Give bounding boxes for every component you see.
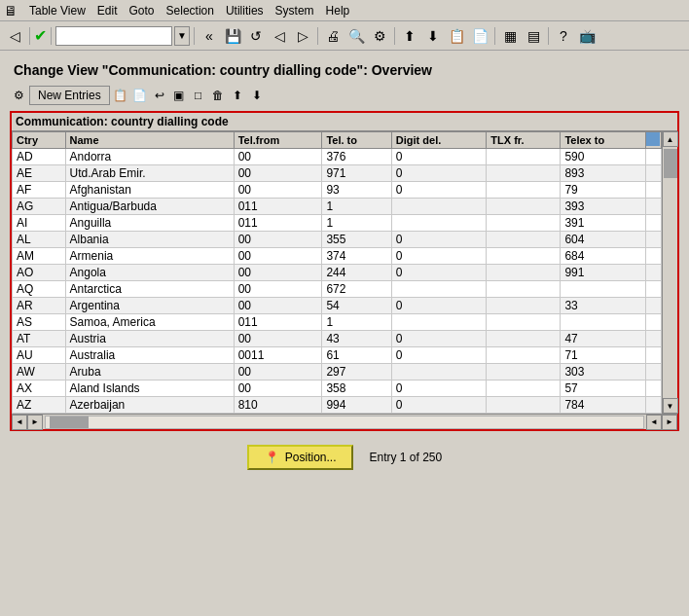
download-icon[interactable]: ⬇	[422, 25, 444, 47]
cell-empty	[646, 149, 662, 165]
menu-utilities[interactable]: Utilities	[220, 2, 270, 19]
delete-icon[interactable]: 🗑	[209, 87, 227, 104]
cell-tel-from: 00	[234, 380, 322, 397]
table-row[interactable]: AU Australia 0011 61 0 71	[13, 347, 662, 364]
cell-tlx-fr	[487, 182, 561, 199]
cell-telex-to: 57	[561, 380, 646, 397]
scroll-up-btn[interactable]: ▲	[663, 131, 678, 147]
cell-name: Azerbaijan	[65, 397, 234, 414]
cell-tel-to: 376	[322, 149, 391, 165]
cell-name: Aland Islands	[65, 380, 234, 397]
cell-name: Armenia	[65, 248, 234, 265]
help-icon[interactable]: ?	[553, 25, 574, 47]
cell-tlx-fr	[487, 298, 561, 314]
table-row[interactable]: AQ Antarctica 00 672	[13, 281, 662, 298]
back-icon[interactable]: ◁	[4, 25, 25, 47]
layout2-icon[interactable]: ▤	[523, 25, 544, 47]
cell-ctry: AD	[13, 149, 66, 165]
menu-help[interactable]: Help	[320, 2, 356, 19]
table-row[interactable]: AW Aruba 00 297 303	[13, 364, 662, 380]
paste-icon[interactable]: 📄	[469, 25, 490, 47]
scroll-right-end2-btn[interactable]: ►	[662, 415, 677, 430]
command-dropdown[interactable]: ▼	[174, 26, 190, 46]
table-row[interactable]: AD Andorra 00 376 0 590	[13, 149, 662, 165]
cell-digit-del: 0	[391, 331, 487, 347]
deselect-icon[interactable]: □	[190, 87, 207, 104]
move-down-icon[interactable]: ⬇	[248, 87, 266, 104]
new-entries-button[interactable]: New Entries	[29, 86, 110, 105]
horizontal-scrollbar[interactable]: ◄ ► ◄ ►	[12, 414, 677, 429]
command-input[interactable]	[55, 26, 172, 46]
undo-icon[interactable]: ↩	[151, 87, 168, 104]
scroll-thumb[interactable]	[664, 149, 677, 178]
cell-ctry: AG	[13, 199, 66, 215]
select-all-icon[interactable]: ▣	[170, 87, 188, 104]
main-toolbar: ◁ ✔ ▼ « 💾 ↺ ◁ ▷ 🖨 🔍 ⚙ ⬆ ⬇ 📋 📄 ▦ ▤ ? 📺	[0, 21, 689, 51]
position-button[interactable]: 📍 Position...	[247, 445, 354, 470]
cell-telex-to: 33	[561, 298, 646, 314]
table-row[interactable]: AX Aland Islands 00 358 0 57	[13, 380, 662, 397]
print-icon[interactable]: 🖨	[322, 25, 344, 47]
cell-telex-to: 393	[561, 199, 646, 215]
cell-telex-to: 391	[561, 215, 646, 232]
column-settings-icon[interactable]	[646, 132, 660, 146]
table-row[interactable]: AF Afghanistan 00 93 0 79	[13, 182, 662, 199]
table-row[interactable]: AT Austria 00 43 0 47	[13, 331, 662, 347]
upload-icon[interactable]: ⬆	[399, 25, 420, 47]
monitor-icon[interactable]: 📺	[576, 25, 598, 47]
cell-tel-to: 61	[322, 347, 391, 364]
cell-tel-to: 672	[322, 281, 391, 298]
menu-table-view[interactable]: Table View	[23, 2, 91, 19]
table-row[interactable]: AO Angola 00 244 0 991	[13, 265, 662, 281]
table-row[interactable]: AR Argentina 00 54 0 33	[13, 298, 662, 314]
table-row[interactable]: AS Samoa, America 011 1	[13, 314, 662, 331]
copy-row2-icon[interactable]: 📄	[131, 87, 149, 104]
menu-goto[interactable]: Goto	[124, 2, 161, 19]
menu-selection[interactable]: Selection	[161, 2, 220, 19]
cell-tel-to: 994	[322, 397, 391, 414]
refresh-icon[interactable]: ↺	[245, 25, 267, 47]
menu-edit[interactable]: Edit	[91, 2, 124, 19]
scroll-down-btn[interactable]: ▼	[663, 398, 678, 414]
scroll-thumb-h[interactable]	[50, 417, 89, 428]
cell-tel-from: 00	[234, 265, 322, 281]
table-row[interactable]: AI Anguilla 011 1 391	[13, 215, 662, 232]
scroll-left-btn[interactable]: ◄	[12, 415, 27, 430]
copy-icon[interactable]: 📋	[446, 25, 467, 47]
cell-digit-del	[391, 314, 487, 331]
menu-system[interactable]: System	[270, 2, 320, 19]
nav-first-icon[interactable]: «	[199, 25, 220, 47]
layout-icon[interactable]: ▦	[499, 25, 521, 47]
cell-empty	[646, 199, 662, 215]
cell-tel-to: 358	[322, 380, 391, 397]
settings-icon[interactable]: ⚙	[369, 25, 390, 47]
save-icon[interactable]: 💾	[222, 25, 243, 47]
cell-tel-from: 00	[234, 232, 322, 248]
table-row[interactable]: AE Utd.Arab Emir. 00 971 0 893	[13, 165, 662, 182]
table-row[interactable]: AM Armenia 00 374 0 684	[13, 248, 662, 265]
copy-row-icon[interactable]: 📋	[112, 87, 129, 104]
cell-tlx-fr	[487, 347, 561, 364]
nav-next-icon[interactable]: ▷	[292, 25, 313, 47]
scroll-right-btn[interactable]: ►	[27, 415, 43, 430]
cell-ctry: AX	[13, 380, 66, 397]
move-up-icon[interactable]: ⬆	[229, 87, 246, 104]
table-row[interactable]: AL Albania 00 355 0 604	[13, 232, 662, 248]
nav-prev-icon[interactable]: ◁	[269, 25, 290, 47]
cell-name: Aruba	[65, 364, 234, 380]
cell-name: Samoa, America	[65, 314, 234, 331]
cell-name: Australia	[65, 347, 234, 364]
cell-tel-to: 93	[322, 182, 391, 199]
cell-tlx-fr	[487, 215, 561, 232]
cell-tel-from: 011	[234, 215, 322, 232]
vertical-scrollbar[interactable]: ▲ ▼	[662, 131, 677, 414]
table-row[interactable]: AG Antigua/Barbuda 011 1 393	[13, 199, 662, 215]
table-row[interactable]: AZ Azerbaijan 810 994 0 784	[13, 397, 662, 414]
cell-tel-from: 0011	[234, 347, 322, 364]
new-entries-label: New Entries	[38, 89, 101, 102]
scroll-right-end-btn[interactable]: ◄	[646, 415, 662, 430]
cell-ctry: AS	[13, 314, 66, 331]
subtoolbar-config-icon[interactable]: ⚙	[10, 87, 27, 104]
cell-tlx-fr	[487, 232, 561, 248]
find-icon[interactable]: 🔍	[345, 25, 367, 47]
